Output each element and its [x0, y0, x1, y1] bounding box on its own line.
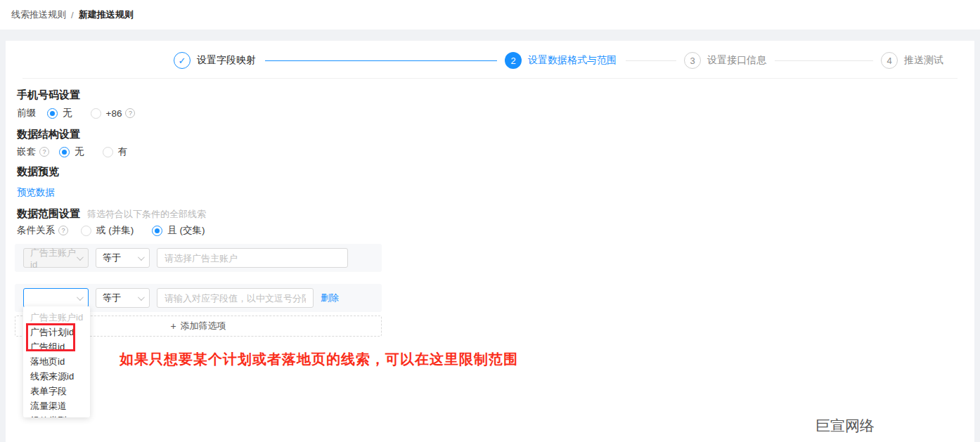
structure-section-title: 数据结构设置 [17, 128, 80, 141]
dropdown-item-component-type[interactable]: 组件类型 [23, 413, 90, 417]
radio-nest-yes[interactable]: 有 [103, 145, 128, 158]
step-connector-3 [775, 60, 873, 61]
step-connector-1 [265, 60, 497, 61]
step-2-label: 设置数据格式与范围 [528, 54, 617, 67]
step-4-number: 4 [881, 52, 898, 69]
radio-prefix-86[interactable]: +86 ? [91, 108, 138, 119]
relation-label: 条件关系 [17, 224, 55, 237]
operator-select-2-value: 等于 [103, 292, 121, 304]
radio-icon [59, 147, 70, 157]
step-4-label: 推送测试 [904, 54, 943, 67]
radio-icon [91, 108, 101, 119]
phone-prefix-row: 前缀 无 +86 ? [17, 107, 156, 119]
radio-relation-or-label: 或 (并集) [96, 224, 134, 237]
operator-select-1-value: 等于 [103, 252, 121, 264]
radio-icon [81, 226, 91, 236]
breadcrumb: 线索推送规则 / 新建推送规则 [0, 0, 980, 30]
preview-data-link[interactable]: 预览数据 [17, 186, 55, 199]
field-value-input[interactable] [157, 288, 314, 308]
condition-row-1: 广告主账户id 等于 [15, 244, 382, 272]
range-section-title: 数据范围设置筛选符合以下条件的全部线索 [17, 207, 206, 221]
dropdown-item-lead-source-id[interactable]: 线索来源id [23, 369, 90, 384]
radio-icon [152, 226, 162, 236]
screen: 线索推送规则 / 新建推送规则 ✓ 设置字段映射 2 设置数据格式与范围 3 设… [0, 0, 980, 442]
step-2-number: 2 [505, 52, 522, 69]
dropdown-item-campaign-id[interactable]: 广告计划id [23, 325, 90, 339]
radio-icon [103, 147, 113, 157]
field-select-advertiser: 广告主账户id [23, 248, 89, 268]
help-icon[interactable]: ? [125, 108, 135, 118]
dropdown-item-advertiser-id: 广告主账户id [23, 310, 90, 325]
step-3-api-info[interactable]: 3 设置接口信息 [684, 52, 766, 69]
help-icon[interactable]: ? [58, 226, 68, 235]
nesting-label: 嵌套 [17, 145, 36, 158]
preview-section-title: 数据预览 [17, 165, 59, 178]
radio-nest-yes-label: 有 [118, 145, 128, 158]
radio-relation-or[interactable]: 或 (并集) [81, 224, 134, 237]
radio-icon [47, 108, 58, 119]
dropdown-item-landingpage-id[interactable]: 落地页id [23, 354, 90, 369]
chevron-down-icon [138, 254, 145, 261]
dropdown-item-traffic-channel[interactable]: 流量渠道 [23, 398, 90, 413]
range-section-hint: 筛选符合以下条件的全部线索 [87, 209, 206, 219]
phone-section-title: 手机号码设置 [17, 89, 80, 102]
radio-prefix-none[interactable]: 无 [47, 107, 72, 119]
stepper: ✓ 设置字段映射 2 设置数据格式与范围 3 设置接口信息 4 推送测试 [6, 52, 974, 73]
step-2-data-format[interactable]: 2 设置数据格式与范围 [505, 52, 617, 69]
prefix-label: 前缀 [17, 107, 36, 119]
range-title-text: 数据范围设置 [17, 207, 80, 219]
plus-icon: + [170, 320, 176, 332]
help-icon[interactable]: ? [39, 147, 49, 157]
radio-relation-and-label: 且 (交集) [167, 224, 205, 237]
stepper-divider [22, 78, 958, 79]
preview-link-row: 预览数据 [17, 186, 55, 199]
condition-relation-row: 条件关系 ? 或 (并集) 且 (交集) [17, 224, 224, 237]
check-icon: ✓ [174, 52, 191, 69]
step-1-label: 设置字段映射 [197, 54, 256, 67]
field-select-value: 广告主账户id [30, 247, 77, 270]
nesting-row: 嵌套 ? 无 有 [17, 145, 146, 158]
field-dropdown-menu: 广告主账户id 广告计划id 广告组id 落地页id 线索来源id 表单字段 流… [23, 306, 90, 417]
step-3-label: 设置接口信息 [707, 54, 766, 67]
delete-condition-link[interactable]: 删除 [321, 292, 339, 304]
chevron-down-icon [77, 294, 84, 301]
breadcrumb-current: 新建推送规则 [79, 8, 134, 21]
annotation-note: 如果只想要某个计划或者落地页的线索，可以在这里限制范围 [120, 350, 518, 369]
add-filter-label: 添加筛选项 [181, 320, 226, 332]
main-card: ✓ 设置字段映射 2 设置数据格式与范围 3 设置接口信息 4 推送测试 手机号… [6, 41, 974, 442]
dropdown-item-adgroup-id[interactable]: 广告组id [23, 339, 90, 354]
radio-prefix-86-label: +86 [106, 108, 122, 119]
chevron-down-icon [138, 294, 145, 301]
watermark-juxuan-network: 巨宣网络 [815, 416, 875, 436]
radio-prefix-none-label: 无 [63, 107, 72, 119]
operator-select-1[interactable]: 等于 [96, 248, 150, 268]
step-4-push-test[interactable]: 4 推送测试 [881, 52, 943, 69]
field-select-open[interactable] [23, 288, 89, 308]
step-1-field-mapping[interactable]: ✓ 设置字段映射 [174, 52, 256, 69]
radio-relation-and[interactable]: 且 (交集) [152, 224, 205, 237]
advertiser-account-input[interactable] [157, 248, 348, 268]
operator-select-2[interactable]: 等于 [96, 288, 150, 308]
radio-nest-none-label: 无 [75, 145, 84, 158]
breadcrumb-parent-link[interactable]: 线索推送规则 [11, 8, 66, 21]
step-3-number: 3 [684, 52, 701, 69]
radio-nest-none[interactable]: 无 [59, 145, 84, 158]
step-connector-2 [626, 60, 676, 61]
dropdown-item-form-field[interactable]: 表单字段 [23, 384, 90, 398]
breadcrumb-separator: / [71, 10, 74, 20]
chevron-down-icon [77, 254, 84, 261]
